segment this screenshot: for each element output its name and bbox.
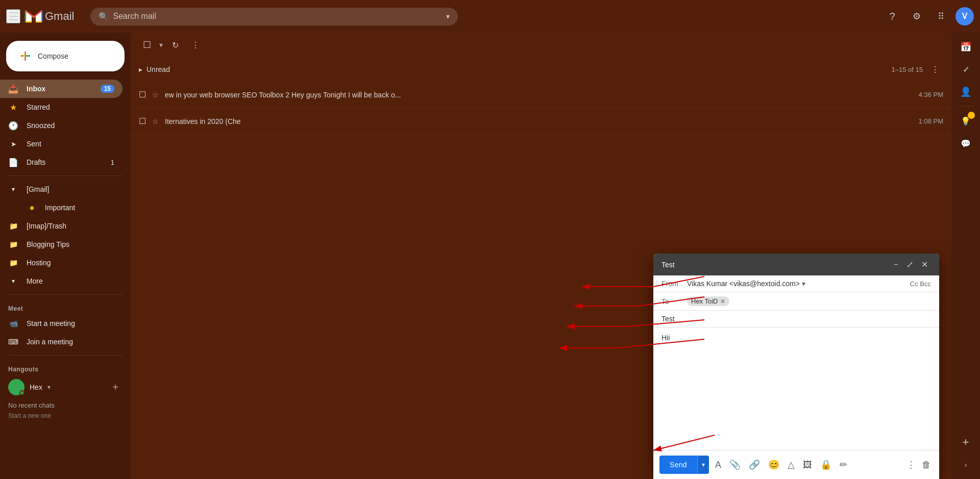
tasks-button[interactable]: ✓	[955, 59, 976, 80]
discard-draft-button[interactable]: 🗑	[920, 457, 933, 472]
keep-badge	[968, 112, 975, 119]
email-star[interactable]: ☆	[152, 91, 159, 99]
gmail-logo: Gmail	[24, 10, 74, 23]
sidebar-item-imap-trash[interactable]: 📁 [Imap]/Trash	[0, 217, 122, 235]
cc-bcc-toggle[interactable]: Cc Bcc	[910, 280, 931, 288]
help-button[interactable]: ?	[882, 6, 902, 27]
compose-body: From Vikas Kumar <vikas@hextoid.com> ▾ C…	[653, 275, 939, 450]
send-button[interactable]: Send	[659, 456, 697, 474]
top-bar: Gmail 🔍 ▾ ? ⚙ ⠿ V	[0, 0, 980, 33]
sidebar-item-blogging-tips[interactable]: 📁 Blogging Tips	[0, 235, 122, 254]
sidebar: Compose 📥 Inbox 15 ★ Starred 🕐 Snoozed ➤…	[0, 33, 131, 479]
hamburger-menu-button[interactable]	[6, 9, 20, 23]
select-chevron-icon[interactable]: ▾	[159, 41, 163, 49]
hangouts-add-button[interactable]: +	[108, 380, 122, 394]
recipient-chip[interactable]: Hex ToiD ✕	[687, 296, 729, 306]
signature-button[interactable]: ✏	[838, 457, 849, 472]
more-options-button[interactable]: ⋮	[187, 37, 204, 53]
calendar-button[interactable]: 📅	[955, 37, 976, 57]
emoji-button[interactable]: 😊	[766, 457, 781, 472]
compose-message-body[interactable]: Hii	[653, 327, 939, 450]
confidential-button[interactable]: 🔒	[818, 457, 834, 472]
page-options-button[interactable]: ⋮	[927, 61, 943, 78]
tasks-icon: ✓	[963, 65, 969, 74]
sidebar-item-drafts[interactable]: 📄 Drafts 1	[0, 153, 122, 171]
compose-to-field: To Hex ToiD ✕	[653, 292, 939, 311]
from-chevron-icon[interactable]: ▾	[802, 280, 805, 288]
apps-button[interactable]: ⠿	[931, 6, 951, 27]
compose-window: Test − ⤢ ✕ From Vikas Kumar <vikas@hexto…	[653, 254, 939, 479]
email-star[interactable]: ☆	[152, 117, 159, 125]
from-value: Vikas Kumar <vikas@hextoid.com> ▾	[687, 280, 910, 288]
email-checkbox[interactable]: ☐	[139, 90, 146, 99]
sidebar-item-inbox[interactable]: 📥 Inbox 15	[0, 80, 122, 98]
search-icon: 🔍	[99, 12, 109, 21]
blogging-tips-icon: 📁	[8, 240, 18, 248]
sidebar-item-more[interactable]: ▾ More	[0, 272, 122, 290]
drafts-icon: 📄	[8, 158, 18, 167]
email-checkbox[interactable]: ☐	[139, 116, 146, 126]
start-meeting-icon: 📹	[8, 319, 18, 327]
right-sidebar-divider	[958, 106, 974, 107]
chat-wave-icon: 💬	[961, 139, 971, 148]
hangouts-username: Hex	[30, 383, 42, 391]
compose-from-field: From Vikas Kumar <vikas@hextoid.com> ▾ C…	[653, 275, 939, 292]
email-subject: ew in your web browser SEO Toolbox 2 Hey…	[165, 91, 913, 99]
send-button-group: Send ▾	[659, 456, 709, 474]
compose-header[interactable]: Test − ⤢ ✕	[653, 254, 939, 275]
expand-right-panel-button[interactable]: ›	[955, 455, 976, 475]
sidebar-item-important[interactable]: ◆ Important	[0, 198, 122, 217]
add-integration-button[interactable]: +	[955, 432, 976, 452]
page-info-text: 1–15 of 15	[892, 66, 923, 73]
sidebar-item-hosting[interactable]: 📁 Hosting	[0, 254, 122, 272]
hangouts-dropdown-icon[interactable]: ▾	[47, 384, 51, 391]
chat-wave-button[interactable]: 💬	[955, 133, 976, 154]
user-avatar[interactable]: V	[955, 7, 974, 26]
sidebar-item-start-meeting[interactable]: 📹 Start a meeting	[0, 314, 122, 333]
formatting-button[interactable]: A	[713, 458, 723, 472]
select-all-checkbox-button[interactable]: ☐	[139, 37, 155, 53]
photo-button[interactable]: 🖼	[801, 458, 814, 472]
email-row[interactable]: ☐ ☆ ew in your web browser SEO Toolbox 2…	[131, 82, 951, 108]
compose-button[interactable]: Compose	[6, 41, 125, 71]
email-row[interactable]: ☐ ☆ Iternatives in 2020 (Che 1:08 PM	[131, 108, 951, 135]
from-label: From	[662, 280, 687, 288]
compose-subject-field[interactable]: Test	[653, 311, 939, 327]
hangouts-user-row[interactable]: Hex ▾ +	[0, 375, 131, 399]
imap-trash-icon: 📁	[8, 222, 18, 230]
compose-minimize-button[interactable]: −	[891, 259, 901, 270]
insert-link-button[interactable]: 🔗	[747, 457, 762, 472]
send-options-button[interactable]: ▾	[697, 456, 709, 473]
collapse-arrow-icon[interactable]: ▸	[139, 65, 142, 73]
calendar-icon: 📅	[960, 41, 971, 53]
sidebar-item-sent[interactable]: ➤ Sent	[0, 135, 122, 153]
email-time: 1:08 PM	[919, 117, 943, 125]
attach-file-button[interactable]: 📎	[727, 457, 743, 472]
top-right-icons: ? ⚙ ⠿ V	[882, 6, 974, 27]
sidebar-item-snoozed[interactable]: 🕐 Snoozed	[0, 116, 122, 135]
start-new-one-text: Start a new one	[0, 411, 131, 420]
settings-button[interactable]: ⚙	[906, 6, 927, 27]
expand-right-icon: ›	[965, 461, 967, 469]
keep-button[interactable]: 💡	[955, 111, 976, 131]
drive-button[interactable]: △	[786, 457, 797, 472]
search-chevron-icon[interactable]: ▾	[446, 12, 450, 20]
compose-close-button[interactable]: ✕	[918, 259, 931, 270]
search-bar-container: 🔍 ▾	[90, 8, 458, 26]
search-input[interactable]	[113, 12, 442, 21]
more-compose-options-button[interactable]: ⋮	[904, 457, 918, 472]
sidebar-item-starred[interactable]: ★ Starred	[0, 98, 122, 116]
right-sidebar: 📅 ✓ 👤 💡 💬 + ›	[951, 33, 980, 479]
sidebar-item-gmail[interactable]: ▾ [Gmail]	[0, 180, 122, 198]
gmail-folder-icon: ▾	[8, 186, 18, 193]
compose-expand-button[interactable]: ⤢	[903, 259, 916, 270]
refresh-button[interactable]: ↻	[167, 37, 183, 53]
starred-icon: ★	[8, 103, 18, 112]
compose-footer: Send ▾ A 📎 🔗 😊 △ 🖼 🔒 ✏ ⋮ 🗑	[653, 450, 939, 479]
more-chevron-icon: ▾	[8, 278, 18, 285]
contacts-button[interactable]: 👤	[955, 82, 976, 102]
sidebar-item-join-meeting[interactable]: ⌨ Join a meeting	[0, 333, 122, 351]
email-subject: Iternatives in 2020 (Che	[165, 117, 913, 125]
remove-recipient-button[interactable]: ✕	[720, 298, 725, 305]
unread-section-header: ▸ Unread 1–15 of 15 ⋮	[131, 57, 951, 82]
